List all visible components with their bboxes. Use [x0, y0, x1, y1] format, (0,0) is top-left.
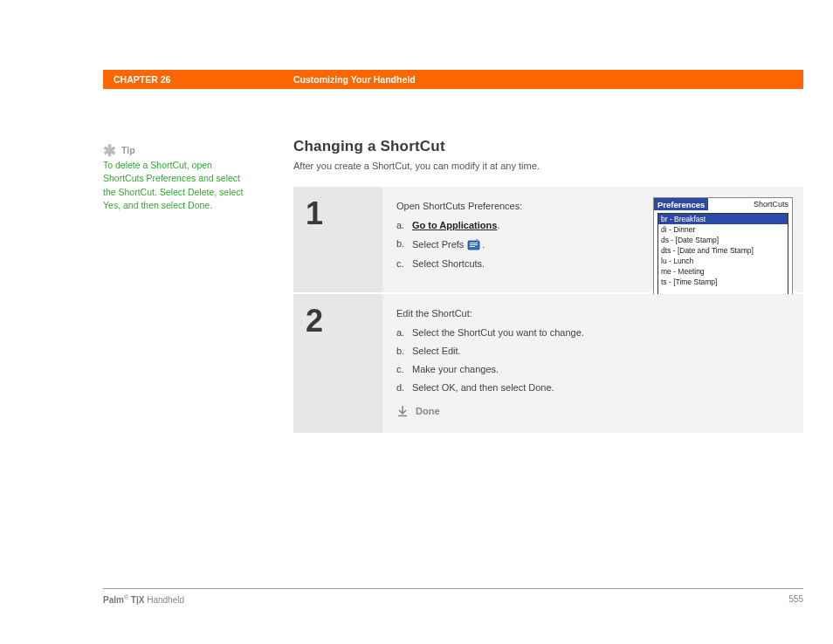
step-item-c: c. Make your changes. [396, 364, 789, 374]
prefs-post: . [482, 239, 485, 250]
item-letter: a. [396, 220, 412, 230]
asterisk-icon: ✱ [103, 147, 116, 156]
palm-title-right: ShortCuts [754, 200, 792, 209]
tip-heading: Tip [121, 145, 135, 155]
palm-list-item: me - Meeting [658, 266, 788, 277]
download-arrow-icon [396, 405, 409, 417]
palm-title-left: Preferences [654, 198, 708, 210]
product-model: T|X [128, 595, 144, 605]
item-text: Select the ShortCut you want to change. [412, 327, 584, 338]
page-footer: Palm® T|X Handheld 555 [103, 588, 803, 605]
svg-rect-2 [470, 244, 478, 245]
item-text: Select Shortcuts. [412, 258, 485, 269]
step-list: a. Select the ShortCut you want to chang… [396, 327, 789, 393]
prefs-icon [467, 238, 481, 250]
palm-list-item: di - Dinner [658, 224, 788, 235]
header-right-margin [803, 70, 833, 89]
product-suffix: Handheld [144, 595, 184, 605]
section-title: Changing a ShortCut [293, 138, 803, 155]
step-lead: Edit the ShortCut: [396, 308, 789, 319]
header-left-margin [0, 70, 103, 89]
svg-rect-3 [470, 246, 475, 247]
item-text: Select OK, and then select Done. [412, 382, 554, 393]
svg-rect-1 [470, 243, 478, 243]
item-letter: a. [396, 327, 412, 338]
section-intro: After you create a ShortCut, you can mod… [293, 161, 803, 171]
product-brand: Palm [103, 595, 124, 605]
go-to-applications-link[interactable]: Go to Applications [412, 220, 497, 230]
palm-list-item: ts - [Time Stamp] [658, 277, 788, 287]
prefs-pre: Select Prefs [412, 239, 466, 250]
chapter-header: CHAPTER 26 Customizing Your Handheld [0, 70, 833, 89]
palm-titlebar: Preferences ShortCuts [654, 198, 792, 210]
select-prefs-text: Select Prefs . [412, 238, 485, 250]
step-body: Edit the ShortCut: a. Select the ShortCu… [382, 294, 803, 433]
step-item-b: b. Select Edit. [396, 346, 789, 356]
item-letter: d. [396, 382, 412, 393]
palm-list-item: ds - [Date Stamp] [658, 235, 788, 245]
tip-body: To delete a ShortCut, open ShortCuts Pre… [103, 159, 247, 212]
step-2: 2 Edit the ShortCut: a. Select the Short… [293, 294, 803, 435]
step-1: 1 Open ShortCuts Preferences: a. Go to A… [293, 187, 803, 294]
step-item-d: d. Select OK, and then select Done. [396, 382, 789, 393]
step-number: 1 [293, 187, 382, 292]
header-orange-bar: CHAPTER 26 Customizing Your Handheld [103, 70, 803, 89]
done-label: Done [416, 406, 440, 416]
palm-list-selected: br - Breakfast [658, 214, 788, 224]
palm-list-item: dts - [Date and Time Stamp] [658, 245, 788, 256]
chapter-label: CHAPTER 26 [114, 74, 293, 85]
page-number: 555 [788, 594, 803, 605]
step-body: Open ShortCuts Preferences: a. Go to App… [382, 187, 803, 292]
chapter-title: Customizing Your Handheld [293, 74, 416, 85]
item-letter: c. [396, 258, 412, 269]
item-letter: c. [396, 364, 412, 374]
product-name: Palm® T|X Handheld [103, 594, 184, 605]
step-item-a: a. Select the ShortCut you want to chang… [396, 327, 789, 338]
item-letter: b. [396, 238, 412, 250]
item-text: Make your changes. [412, 364, 499, 374]
item-text: Select Edit. [412, 346, 461, 356]
item-letter: b. [396, 346, 412, 356]
palm-list-item: lu - Lunch [658, 256, 788, 266]
steps-container: 1 Open ShortCuts Preferences: a. Go to A… [293, 187, 803, 435]
step-number: 2 [293, 294, 382, 433]
main-column: Changing a ShortCut After you create a S… [293, 138, 803, 435]
tip-block: ✱ Tip To delete a ShortCut, open ShortCu… [103, 144, 247, 212]
done-row: Done [396, 405, 789, 417]
